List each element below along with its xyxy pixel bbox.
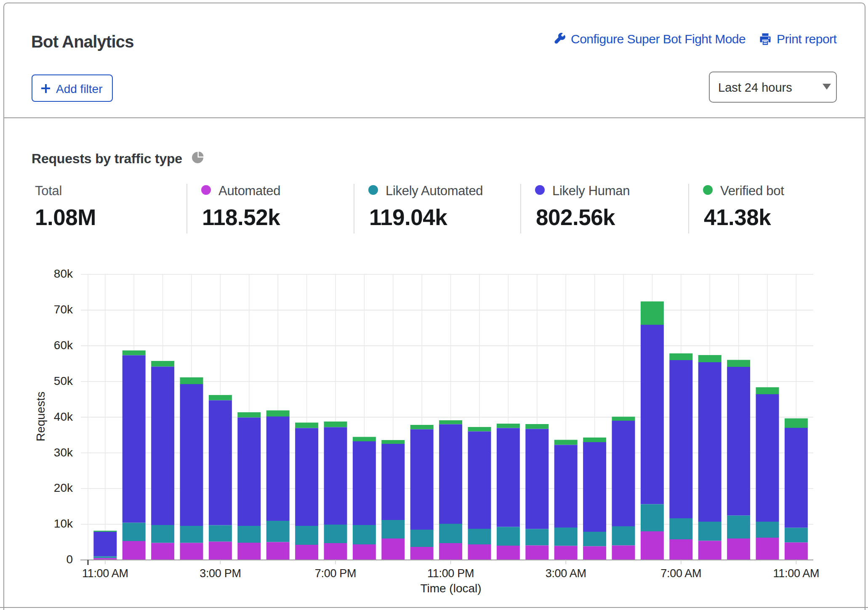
svg-text:30k: 30k [54,446,73,459]
svg-text:11:00 PM: 11:00 PM [427,567,474,580]
svg-text:50k: 50k [54,374,73,387]
svg-text:0: 0 [66,553,73,566]
svg-text:11:00 AM: 11:00 AM [82,567,128,580]
svg-text:20k: 20k [54,481,73,494]
svg-text:3:00 PM: 3:00 PM [200,567,241,580]
svg-text:3:00 AM: 3:00 AM [546,567,586,580]
svg-text:7:00 PM: 7:00 PM [315,567,356,580]
svg-text:7:00 AM: 7:00 AM [660,567,701,580]
svg-text:10k: 10k [54,517,73,530]
svg-text:11:00 AM: 11:00 AM [773,567,820,580]
svg-text:40k: 40k [54,410,73,423]
svg-text:Time (local): Time (local) [420,582,481,595]
svg-text:70k: 70k [54,303,73,316]
svg-text:Requests: Requests [34,392,47,441]
svg-text:60k: 60k [54,339,73,352]
svg-text:80k: 80k [54,267,73,280]
